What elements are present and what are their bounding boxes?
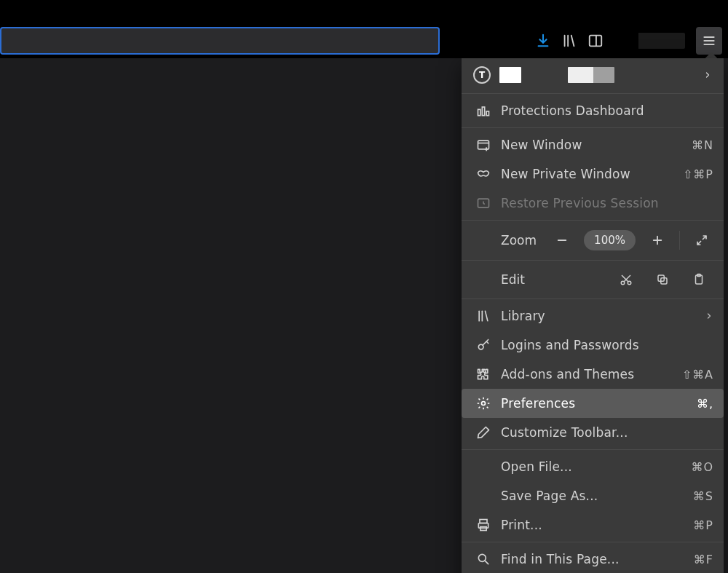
- separator: [462, 299, 724, 299]
- dashboard-icon: [476, 103, 491, 118]
- account-block: [499, 67, 521, 83]
- cut-icon[interactable]: [613, 269, 639, 290]
- open-file-item[interactable]: Open File... ⌘O: [462, 452, 724, 481]
- separator: [462, 260, 724, 261]
- account-letter: T: [479, 70, 485, 80]
- library-icon[interactable]: [561, 33, 577, 49]
- shortcut: ⌘N: [692, 138, 713, 152]
- separator: [462, 127, 724, 128]
- print-icon: [476, 518, 491, 532]
- separator: [679, 231, 680, 250]
- address-bar[interactable]: [0, 27, 440, 55]
- menu-item-label: New Window: [501, 138, 692, 152]
- zoom-controls: Zoom 100%: [462, 223, 724, 258]
- shortcut: ⇧⌘P: [683, 167, 713, 181]
- toolbar-icon-group: [535, 27, 685, 55]
- account-row[interactable]: T: [462, 58, 724, 91]
- menu-item-label: Customize Toolbar...: [501, 425, 713, 440]
- shortcut: ⇧⌘A: [682, 368, 713, 382]
- separator: [462, 449, 724, 450]
- key-icon: [476, 338, 491, 352]
- svg-line-30: [485, 561, 488, 564]
- svg-rect-8: [478, 141, 489, 149]
- paste-icon[interactable]: [686, 269, 712, 290]
- svg-rect-5: [478, 109, 480, 115]
- copy-icon[interactable]: [649, 269, 676, 290]
- menu-item-label: Library: [501, 309, 705, 323]
- print-item[interactable]: Print... ⌘P: [462, 510, 724, 540]
- separator: [462, 93, 724, 94]
- separator: [462, 220, 724, 221]
- shortcut: ⌘O: [691, 460, 713, 474]
- menu-item-label: Add-ons and Themes: [501, 367, 682, 382]
- menu-item-label: Protections Dashboard: [501, 103, 713, 118]
- save-page-item[interactable]: Save Page As... ⌘S: [462, 481, 724, 510]
- account-avatar: T: [473, 66, 491, 84]
- restore-session-item: Restore Previous Session: [462, 189, 724, 218]
- library-icon: [476, 309, 491, 323]
- sidebar-icon[interactable]: [587, 33, 604, 49]
- app-menu-button[interactable]: [696, 27, 722, 55]
- shortcut: ⌘S: [693, 489, 713, 503]
- search-icon: [476, 552, 491, 566]
- menu-item-label: Find in This Page...: [501, 552, 694, 566]
- account-block2: [568, 67, 614, 83]
- menu-item-label: Restore Previous Session: [501, 196, 713, 210]
- menu-item-label: Print...: [501, 518, 693, 532]
- zoom-in-button[interactable]: [647, 230, 668, 250]
- logins-item[interactable]: Logins and Passwords: [462, 331, 724, 360]
- mask-icon: [476, 167, 491, 181]
- shortcut: ⌘,: [697, 397, 713, 411]
- edit-label: Edit: [501, 272, 525, 287]
- edit-controls: Edit: [462, 263, 724, 296]
- menu-item-label: Save Page As...: [501, 489, 693, 503]
- new-private-window-item[interactable]: New Private Window ⇧⌘P: [462, 159, 724, 189]
- downloads-icon[interactable]: [535, 33, 551, 49]
- svg-rect-6: [482, 107, 484, 116]
- menu-item-label: New Private Window: [501, 167, 683, 181]
- svg-rect-7: [486, 111, 488, 116]
- zoom-value[interactable]: 100%: [584, 230, 636, 250]
- preferences-item[interactable]: Preferences ⌘,: [462, 389, 724, 418]
- brush-icon: [476, 425, 491, 440]
- zoom-out-button[interactable]: [552, 230, 572, 250]
- fullscreen-icon[interactable]: [692, 230, 712, 250]
- menu-item-label: Logins and Passwords: [501, 338, 713, 352]
- puzzle-icon: [476, 367, 491, 382]
- chevron-right-icon: [703, 71, 712, 79]
- separator: [462, 542, 724, 542]
- account-indicator[interactable]: [614, 33, 685, 49]
- chevron-right-icon: [705, 312, 713, 320]
- window-icon: [476, 138, 491, 152]
- menu-item-label: Open File...: [501, 459, 691, 474]
- menu-item-label: Preferences: [501, 396, 697, 411]
- app-menu: T Protections Dashboard New Window ⌘N Ne…: [462, 58, 724, 573]
- restore-icon: [476, 196, 491, 210]
- new-window-item[interactable]: New Window ⌘N: [462, 130, 724, 159]
- library-item[interactable]: Library: [462, 301, 724, 331]
- addons-item[interactable]: Add-ons and Themes ⇧⌘A: [462, 360, 724, 389]
- svg-point-25: [482, 402, 486, 406]
- browser-toolbar: [0, 0, 728, 58]
- shortcut: ⌘P: [693, 518, 713, 532]
- gear-icon: [476, 396, 491, 411]
- shortcut: ⌘F: [694, 553, 713, 566]
- find-item[interactable]: Find in This Page... ⌘F: [462, 545, 724, 573]
- protections-dashboard-item[interactable]: Protections Dashboard: [462, 96, 724, 125]
- zoom-label: Zoom: [501, 233, 537, 248]
- customize-toolbar-item[interactable]: Customize Toolbar...: [462, 418, 724, 447]
